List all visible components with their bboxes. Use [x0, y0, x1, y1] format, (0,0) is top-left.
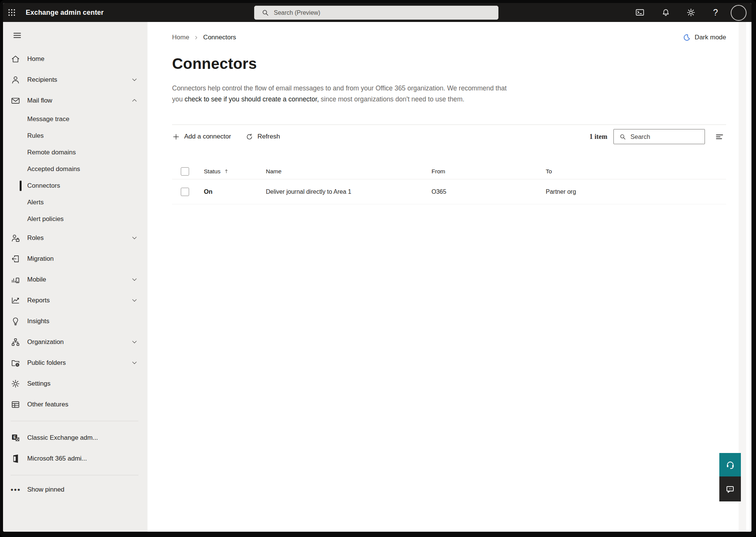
sidebar-item-roles[interactable]: Roles — [3, 227, 147, 248]
sidebar-label: Alert policies — [27, 215, 64, 223]
sidebar-label: Recipients — [27, 76, 57, 84]
sidebar-item-alerts[interactable]: Alerts — [3, 194, 147, 211]
sidebar-label: Other features — [27, 401, 68, 408]
page-description: Connectors help control the flow of emai… — [172, 83, 514, 105]
sidebar-item-classic-exchange[interactable]: E Classic Exchange adm... — [3, 427, 147, 448]
plus-icon — [172, 133, 180, 141]
column-header-to[interactable]: To — [546, 168, 726, 175]
cell-name[interactable]: Deliver journal directly to Area 1 — [266, 188, 432, 195]
microsoft-365-logo-icon — [11, 454, 20, 464]
sidebar-item-rules[interactable]: Rules — [3, 128, 147, 144]
sidebar-label: Connectors — [27, 182, 60, 190]
search-icon — [261, 9, 269, 17]
table-row[interactable]: On Deliver journal directly to Area 1 O3… — [172, 179, 726, 204]
home-icon — [11, 54, 20, 64]
sidebar-item-show-pinned[interactable]: ••• Show pinned — [3, 481, 147, 498]
chevron-down-icon — [131, 339, 138, 345]
feedback-button[interactable] — [719, 476, 741, 501]
sidebar-item-alert-policies[interactable]: Alert policies — [3, 211, 147, 227]
moon-icon — [683, 33, 691, 42]
sidebar-item-home[interactable]: Home — [3, 48, 147, 69]
folder-globe-icon — [11, 358, 20, 368]
sidebar-label: Remote domains — [27, 149, 76, 156]
column-header-from[interactable]: From — [432, 168, 546, 175]
global-search-box[interactable] — [254, 6, 498, 20]
account-avatar[interactable] — [731, 5, 747, 21]
bell-icon — [661, 8, 671, 17]
sidebar-label: Migration — [27, 255, 54, 263]
sidebar-divider — [11, 421, 138, 421]
refresh-button[interactable]: Refresh — [245, 133, 280, 141]
help-support-button[interactable] — [719, 453, 741, 476]
gear-icon — [11, 379, 20, 389]
sidebar-item-recipients[interactable]: Recipients — [3, 69, 147, 90]
sidebar-item-message-trace[interactable]: Message trace — [3, 111, 147, 128]
sidebar-item-mobile[interactable]: Mobile — [3, 269, 147, 290]
app-title: Exchange admin center — [26, 9, 104, 17]
chevron-down-icon — [131, 360, 138, 366]
dark-mode-label: Dark mode — [695, 34, 726, 41]
filter-button[interactable] — [713, 130, 726, 143]
list-search-box[interactable] — [613, 129, 705, 144]
sidebar-item-mail-flow[interactable]: Mail flow — [3, 90, 147, 111]
sidebar-item-insights[interactable]: Insights — [3, 311, 147, 332]
column-header-status[interactable]: Status — [204, 168, 266, 175]
waffle-icon — [7, 8, 16, 17]
add-connector-button[interactable]: Add a connector — [172, 133, 231, 141]
mobile-stats-icon — [11, 275, 20, 285]
cell-status: On — [204, 188, 266, 195]
sidebar-label: Classic Exchange adm... — [27, 434, 98, 442]
description-link-text[interactable]: check to see if you should create a conn… — [185, 95, 319, 103]
headset-icon — [725, 459, 736, 470]
cloud-shell-button[interactable] — [632, 3, 648, 22]
refresh-icon — [245, 133, 253, 141]
row-checkbox[interactable] — [181, 188, 189, 196]
envelope-icon — [11, 96, 20, 106]
dark-mode-toggle[interactable]: Dark mode — [683, 33, 726, 42]
sidebar-label: Mobile — [27, 276, 46, 283]
sidebar-label: Home — [27, 55, 44, 63]
sidebar-item-settings[interactable]: Settings — [3, 373, 147, 394]
sidebar-label: Microsoft 365 admi... — [27, 455, 87, 462]
sidebar-label: Roles — [27, 234, 43, 242]
breadcrumb: Home Connectors — [172, 34, 236, 41]
sidebar-label: Message trace — [27, 115, 70, 123]
sidebar-label: Accepted domains — [27, 165, 80, 173]
sidebar-item-migration[interactable]: Migration — [3, 248, 147, 269]
global-search-input[interactable] — [274, 9, 486, 16]
help-button[interactable]: ? — [707, 3, 724, 22]
collapse-nav-button[interactable] — [11, 29, 23, 42]
filter-lines-icon — [715, 132, 724, 142]
sidebar-label: Reports — [27, 297, 50, 304]
sidebar-label: Public folders — [27, 359, 66, 367]
sort-ascending-icon — [224, 168, 229, 174]
lightbulb-icon — [11, 316, 20, 326]
column-header-name[interactable]: Name — [266, 168, 432, 175]
sidebar-item-remote-domains[interactable]: Remote domains — [3, 144, 147, 161]
chevron-down-icon — [131, 235, 138, 241]
table-header-row: Status Name From To — [172, 163, 726, 179]
sidebar-item-organization[interactable]: Organization — [3, 332, 147, 352]
sidebar-label: Organization — [27, 338, 64, 346]
sidebar-item-connectors[interactable]: Connectors — [3, 177, 147, 194]
list-search-input[interactable] — [630, 133, 695, 140]
breadcrumb-home-link[interactable]: Home — [172, 34, 189, 41]
notifications-button[interactable] — [657, 3, 674, 22]
connectors-table: Status Name From To On Deliver journal d… — [172, 163, 726, 204]
left-navigation: Home Recipients Mail flow Message trace … — [3, 22, 147, 532]
app-launcher-button[interactable] — [3, 3, 20, 22]
sidebar-label: Rules — [27, 132, 43, 140]
main-content: Home Connectors Dark mode Connectors Con… — [147, 22, 751, 532]
sidebar-item-accepted-domains[interactable]: Accepted domains — [3, 161, 147, 177]
sidebar-divider — [11, 475, 138, 475]
sidebar-item-public-folders[interactable]: Public folders — [3, 352, 147, 373]
table-icon — [11, 400, 20, 409]
chevron-right-icon — [194, 35, 199, 40]
cell-from: O365 — [432, 188, 546, 195]
sidebar-item-reports[interactable]: Reports — [3, 290, 147, 311]
chevron-up-icon — [131, 97, 138, 104]
settings-button[interactable] — [683, 3, 699, 22]
select-all-checkbox[interactable] — [181, 167, 189, 176]
sidebar-item-other-features[interactable]: Other features — [3, 394, 147, 415]
sidebar-item-m365-admin[interactable]: Microsoft 365 admi... — [3, 448, 147, 469]
